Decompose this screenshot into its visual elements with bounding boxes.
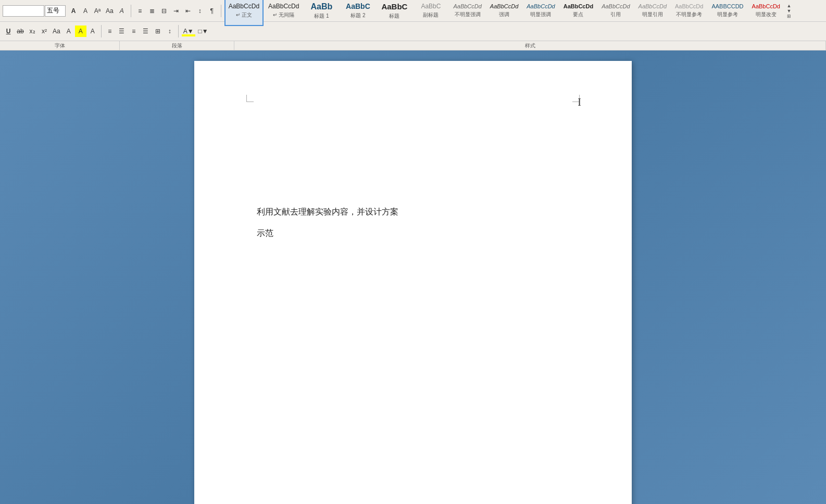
style-quote-preview: AaBbCcDd — [602, 3, 630, 10]
font-style-btn1[interactable]: Aª — [92, 5, 103, 17]
subscript-btn[interactable]: x₂ — [27, 26, 38, 37]
style-ir-preview: AaBbCcDd — [711, 3, 743, 10]
underline-btn[interactable]: U — [3, 26, 14, 37]
style-se-preview: AaBbCcDd — [453, 3, 481, 10]
divider1 — [131, 5, 131, 17]
show-marks-btn[interactable]: ¶ — [206, 5, 218, 17]
font-clear-btn[interactable]: A — [116, 5, 128, 17]
style-h1-label: 标题 1 — [314, 12, 329, 20]
style-section-label: 样式 — [234, 41, 826, 50]
document-content: 利用文献去理解实验内容，并设计方案 示范 — [257, 207, 569, 239]
corner-mark-tl — [246, 95, 254, 102]
style-normal-label: ↵ 正文 — [236, 11, 252, 19]
document-page[interactable]: I 利用文献去理解实验内容，并设计方案 示范 — [194, 61, 632, 504]
style-normal[interactable]: AaBbCcDd ↵ 正文 — [224, 0, 264, 26]
border-btn[interactable]: □▼ — [196, 26, 210, 37]
font-size-decrease-btn[interactable]: A — [80, 5, 91, 17]
font-section: 五号 — [3, 5, 66, 17]
styles-panel: AaBbCcDd ↵ 正文 AaBbCcDd ↵ 无间隔 AaBb 标题 1 A… — [224, 0, 823, 26]
style-strong-label: 要点 — [573, 11, 583, 18]
strikethrough-btn[interactable]: ab — [15, 26, 26, 37]
justify-btn[interactable]: ☰ — [140, 26, 152, 37]
style-iq-preview: AaBbCcDd — [639, 3, 667, 10]
align-center-btn[interactable]: ☰ — [116, 26, 128, 37]
style-sr-label: 不明显参考 — [676, 11, 702, 18]
divider2 — [221, 5, 221, 17]
style-em-preview: AaBbCcDd — [490, 3, 518, 10]
style-title-label: 标题 — [389, 12, 399, 20]
align-left-btn[interactable]: ≡ — [104, 26, 116, 37]
style-heading2[interactable]: AaBbC 标题 2 — [340, 0, 376, 26]
styles-row: 五号 A A Aª Aa A ≡ ≣ ⊟ ⇥ ⇤ ↕ ¶ AaBbCcDd — [0, 0, 826, 22]
divider4 — [178, 25, 179, 37]
style-title[interactable]: AaBbC 标题 — [377, 0, 412, 26]
font-size-buttons: A A Aª Aa A — [68, 5, 128, 17]
style-revision[interactable]: AaBbCcDd 明显改变 — [748, 0, 784, 26]
document-area: I 利用文献去理解实验内容，并设计方案 示范 — [0, 51, 826, 504]
style-iq-label: 明显引用 — [642, 11, 663, 18]
text-cursor: I — [578, 96, 581, 108]
line-spacing-btn[interactable]: ↕ — [164, 26, 176, 37]
style-nospacing-label: ↵ 无间隔 — [273, 11, 294, 19]
align-right-btn[interactable]: ≡ — [128, 26, 140, 37]
style-rev-label: 明显改变 — [756, 11, 777, 18]
font-style-btn2[interactable]: Aa — [104, 5, 116, 17]
style-se-label: 不明显强调 — [455, 11, 481, 18]
font-section-label: 字体 — [0, 41, 120, 50]
font-size-box[interactable]: 五号 — [45, 5, 66, 17]
font-name-box[interactable] — [3, 5, 44, 17]
style-nospacing-preview: AaBbCcDd — [268, 3, 299, 10]
column-btn[interactable]: ⊞ — [152, 26, 164, 37]
style-h2-label: 标题 2 — [351, 12, 365, 19]
ribbon-toolbar: 五号 A A Aª Aa A ≡ ≣ ⊟ ⇥ ⇤ ↕ ¶ AaBbCcDd — [0, 0, 826, 51]
style-quote-label: 引用 — [610, 11, 621, 18]
style-title-preview: AaBbC — [381, 2, 407, 11]
sort-btn[interactable]: ↕ — [194, 5, 206, 17]
style-subtitle-label: 副标题 — [423, 11, 439, 19]
document-line1: 利用文献去理解实验内容，并设计方案 — [257, 207, 569, 218]
style-intense-emphasis[interactable]: AaBbCcDd 明显强调 — [523, 0, 558, 26]
style-h1-preview: AaBb — [311, 2, 333, 11]
text-format-buttons: U ab x₂ x² Aa A A A — [3, 26, 98, 37]
style-intense-quote[interactable]: AaBbCcDd 明显引用 — [635, 0, 670, 26]
style-h2-preview: AaBbC — [346, 2, 370, 11]
superscript-btn[interactable]: x² — [39, 26, 50, 37]
document-line2: 示范 — [257, 228, 569, 239]
font-size-increase-btn[interactable]: A — [68, 5, 79, 17]
style-ie-label: 明显强调 — [530, 11, 551, 18]
text-effects-btn[interactable]: A — [87, 26, 98, 37]
style-intense-ref[interactable]: AaBbCcDd 明显参考 — [708, 0, 747, 26]
style-emphasis[interactable]: AaBbCcDd 强调 — [486, 0, 522, 26]
style-subtitle-preview: AaBbC — [421, 3, 441, 10]
style-strong-preview: AaBbCcDd — [564, 3, 593, 10]
style-heading1[interactable]: AaBb 标题 1 — [304, 0, 339, 26]
multilevel-list-btn[interactable]: ⊟ — [158, 5, 170, 17]
style-subtle-emphasis[interactable]: AaBbCcDd 不明显强调 — [449, 0, 485, 26]
shading-buttons: A▼ □▼ — [181, 26, 210, 37]
style-subtle-ref[interactable]: AaBbCcDd 不明显参考 — [671, 0, 707, 26]
style-subtitle[interactable]: AaBbC 副标题 — [413, 0, 448, 26]
numbered-list-btn[interactable]: ≣ — [146, 5, 158, 17]
list-buttons: ≡ ≣ ⊟ ⇥ ⇤ ↕ ¶ — [134, 5, 218, 17]
shading-btn[interactable]: A▼ — [181, 26, 196, 37]
ribbon-section-labels: 字体 段落 样式 — [0, 41, 826, 50]
font-color2-btn[interactable]: A — [63, 26, 74, 37]
font-size-value: 五号 — [47, 6, 59, 15]
highlight-btn[interactable]: A — [75, 26, 86, 37]
style-quote[interactable]: AaBbCcDd 引用 — [598, 0, 633, 26]
divider3 — [101, 25, 102, 37]
paragraph-section-label: 段落 — [120, 41, 234, 50]
style-strong[interactable]: AaBbCcDd 要点 — [560, 0, 597, 26]
style-normal-preview: AaBbCcDd — [229, 3, 259, 10]
indent-increase-btn[interactable]: ⇥ — [170, 5, 182, 17]
style-no-spacing[interactable]: AaBbCcDd ↵ 无间隔 — [265, 0, 303, 26]
style-ir-label: 明显参考 — [717, 11, 738, 18]
style-ie-preview: AaBbCcDd — [527, 3, 555, 10]
indent-decrease-btn[interactable]: ⇤ — [182, 5, 194, 17]
styles-scroll[interactable]: ▲ ▼ ⊞ — [785, 0, 793, 26]
font-color-btn[interactable]: Aa — [51, 26, 62, 37]
bullet-list-btn[interactable]: ≡ — [134, 5, 146, 17]
style-rev-preview: AaBbCcDd — [752, 3, 780, 10]
style-sr-preview: AaBbCcDd — [675, 3, 703, 10]
alignment-buttons: ≡ ☰ ≡ ☰ ⊞ ↕ — [104, 26, 176, 37]
